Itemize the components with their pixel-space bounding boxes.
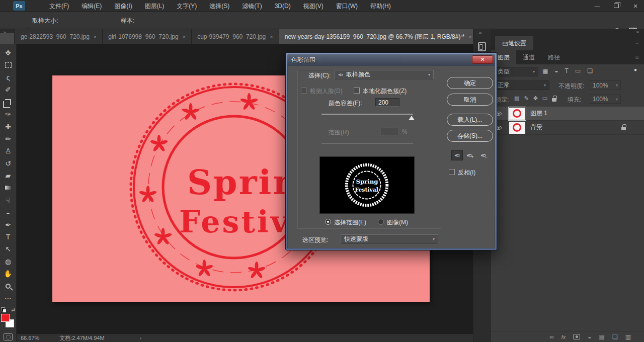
- save-button[interactable]: 存储(S)...: [447, 130, 493, 142]
- smudge-tool[interactable]: ☟: [2, 194, 15, 206]
- status-chevron-icon[interactable]: ›: [140, 335, 142, 341]
- filter-type-select[interactable]: 类型 ▾: [494, 67, 538, 76]
- fill-select[interactable]: 100% ▾: [590, 95, 621, 104]
- invert-checkbox[interactable]: [449, 169, 455, 175]
- clone-stamp-tool[interactable]: ♙: [2, 145, 15, 157]
- menu-item-3d[interactable]: 3D(D): [275, 3, 291, 10]
- quick-selection-tool[interactable]: ✐: [2, 83, 15, 96]
- fuzziness-slider-track[interactable]: [321, 114, 413, 115]
- lock-all-icon[interactable]: [552, 98, 556, 102]
- dock-expand-icon[interactable]: »: [636, 29, 639, 35]
- image-radio[interactable]: [378, 219, 384, 225]
- close-button[interactable]: ✕: [630, 3, 641, 10]
- eyedropper-subtract-button[interactable]: ✑ –: [478, 150, 490, 160]
- panel-menu-icon[interactable]: ≡: [635, 53, 639, 61]
- new-layer-icon[interactable]: ❏: [612, 333, 618, 340]
- ok-button[interactable]: 确定: [447, 77, 493, 89]
- lock-image-pixels-icon[interactable]: ✎: [524, 95, 528, 102]
- type-tool[interactable]: T: [2, 231, 15, 243]
- filter-shape-layers-icon[interactable]: ▭: [575, 67, 581, 74]
- load-button[interactable]: 载入(L)...: [447, 114, 493, 126]
- link-layers-icon[interactable]: ∞: [549, 333, 554, 340]
- panel-menu-icon[interactable]: ≡: [635, 38, 639, 46]
- layer-row[interactable]: 背景: [491, 121, 644, 135]
- menu-item-window[interactable]: 窗口(W): [336, 2, 358, 11]
- filter-pixel-layers-icon[interactable]: ▦: [542, 67, 548, 74]
- tab-close-icon[interactable]: ×: [94, 34, 97, 40]
- opacity-select[interactable]: 100% ▾: [590, 80, 621, 90]
- collapsed-panel-stub[interactable]: [0, 33, 14, 44]
- detect-faces-checkbox[interactable]: [301, 88, 307, 94]
- layer-style-icon[interactable]: fx: [561, 334, 566, 340]
- document-tab-new-years-day[interactable]: new-years-day-1356159_960_720.jpg @ 66.7…: [279, 29, 478, 44]
- eyedropper-tool[interactable]: ✑: [2, 108, 15, 120]
- document-tab-ge-2822593[interactable]: ge-2822593_960_720.jpg×: [15, 29, 103, 44]
- filter-smart-objects-icon[interactable]: ❏: [587, 67, 593, 74]
- new-group-icon[interactable]: ▤: [599, 333, 605, 340]
- cancel-button[interactable]: 取消: [447, 94, 493, 106]
- tab-close-icon[interactable]: ×: [270, 34, 273, 40]
- tab-channels[interactable]: 通道: [516, 50, 541, 64]
- hand-tool[interactable]: ✋: [2, 268, 15, 280]
- lock-artboard-icon[interactable]: ▭: [542, 95, 547, 102]
- dialog-titlebar[interactable]: 色彩范围 ✕: [287, 54, 495, 65]
- menu-item-help[interactable]: 帮助(H): [370, 2, 391, 11]
- document-tab-girl-1076998[interactable]: girl-1076998_960_720.jpg×: [103, 29, 192, 44]
- lock-transparent-pixels-icon[interactable]: ▨: [514, 95, 519, 102]
- zoom-level[interactable]: 66.67%: [21, 335, 39, 341]
- menu-item-edit[interactable]: 编辑(E): [82, 2, 102, 11]
- menu-item-type[interactable]: 文字(Y): [177, 2, 197, 11]
- move-tool[interactable]: ✥: [2, 47, 15, 59]
- blend-mode-select[interactable]: 正常 ▾: [494, 80, 549, 90]
- ellipse-tool[interactable]: ◍: [2, 255, 15, 268]
- adjustment-layer-icon[interactable]: ◒: [588, 333, 591, 340]
- lasso-tool[interactable]: ς: [2, 71, 15, 83]
- swap-swatches-icon[interactable]: ⇄: [11, 307, 15, 312]
- brush-settings-panel-icon[interactable]: [478, 42, 486, 51]
- selection-preview-dropdown[interactable]: 快速蒙版 ▾: [341, 234, 438, 244]
- filter-toggle-icon[interactable]: ●: [634, 67, 637, 72]
- tab-brush-settings[interactable]: 画笔设置: [495, 36, 533, 50]
- menu-item-view[interactable]: 视图(V): [303, 2, 324, 11]
- zoom-tool[interactable]: [2, 280, 15, 292]
- rectangular-marquee-tool[interactable]: [2, 59, 15, 71]
- menu-item-layer[interactable]: 图层(L): [145, 2, 165, 11]
- filter-adjustment-layers-icon[interactable]: ◒: [554, 67, 558, 74]
- eyedropper-add-button[interactable]: ✑ +: [464, 150, 476, 160]
- selection-radio[interactable]: [325, 219, 331, 225]
- dock-collapse-left-icon[interactable]: «: [479, 30, 482, 36]
- menu-item-filter[interactable]: 滤镜(T): [242, 2, 262, 11]
- dialog-close-button[interactable]: ✕: [472, 55, 493, 64]
- more-tools[interactable]: ⋯: [2, 292, 15, 304]
- menu-item-image[interactable]: 图像(I): [114, 2, 132, 11]
- quick-mask-button[interactable]: [4, 333, 13, 340]
- fuzziness-slider-handle[interactable]: [409, 116, 415, 120]
- tab-paths[interactable]: 路径: [541, 50, 567, 64]
- select-dropdown[interactable]: ✑ 取样颜色 ▾: [335, 70, 434, 79]
- default-swatches-icon[interactable]: [1, 307, 6, 312]
- tab-close-icon[interactable]: ×: [183, 34, 186, 40]
- spot-healing-brush-tool[interactable]: ✚: [2, 120, 15, 132]
- pen-tool[interactable]: ✒: [2, 218, 15, 230]
- add-layer-mask-icon[interactable]: [573, 334, 580, 339]
- tab-close-icon[interactable]: ×: [468, 34, 471, 40]
- document-tab-cup-939479[interactable]: cup-939479_960_720.jpg×: [192, 29, 279, 44]
- delete-layer-icon[interactable]: ▥: [625, 333, 631, 340]
- crop-tool[interactable]: [2, 96, 15, 108]
- tab-overflow-icon[interactable]: »: [461, 33, 464, 39]
- gradient-tool[interactable]: [2, 182, 15, 194]
- menu-item-file[interactable]: 文件(F): [49, 2, 69, 11]
- foreground-color-swatch[interactable]: [1, 314, 10, 322]
- fuzziness-input[interactable]: 200: [375, 98, 399, 107]
- layer-row[interactable]: 图层 1: [491, 107, 644, 121]
- localized-clusters-checkbox[interactable]: [354, 88, 360, 94]
- history-brush-tool[interactable]: ↺: [2, 157, 15, 169]
- eyedropper-sample-button[interactable]: ✑: [451, 150, 463, 160]
- menu-item-select[interactable]: 选择(S): [209, 2, 229, 11]
- minimize-button[interactable]: —: [592, 3, 603, 9]
- path-selection-tool[interactable]: ↖: [2, 243, 15, 255]
- filter-type-layers-icon[interactable]: T: [565, 67, 569, 74]
- restore-button[interactable]: [611, 3, 622, 9]
- lock-position-icon[interactable]: ✥: [533, 95, 538, 102]
- eraser-tool[interactable]: ▰: [2, 169, 15, 182]
